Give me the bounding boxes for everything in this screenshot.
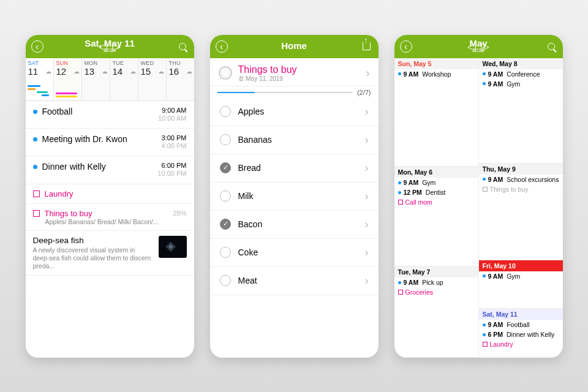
day-of-week: MON (85, 60, 107, 66)
back-button[interactable] (399, 40, 413, 53)
checkbox-icon[interactable] (398, 200, 403, 205)
checklist: Apples › Bananas › Bread › Milk › Bacon … (210, 98, 379, 358)
back-button[interactable] (215, 40, 228, 53)
day-header[interactable]: Wed, May 8 (479, 58, 563, 69)
checklist-item[interactable]: Milk › (210, 183, 379, 211)
share-icon (363, 42, 371, 50)
check-circle-icon[interactable] (220, 162, 231, 173)
agenda-event[interactable]: Football 9:00 AM10:00 AM (26, 101, 194, 129)
day-cell[interactable]: MON 13 ☁ (82, 58, 110, 100)
day-of-week: SAT (28, 60, 51, 66)
share-button[interactable] (360, 40, 374, 53)
checklist-item[interactable]: Apples › (210, 98, 379, 126)
day-number: 13 (85, 66, 95, 77)
week-todo[interactable]: Groceries (394, 287, 478, 297)
checklist-item[interactable]: Bread › (210, 154, 379, 183)
chevron-right-icon: › (365, 105, 369, 118)
prev-month-button[interactable]: ◁ (465, 40, 478, 53)
event-time: 9 AM (488, 70, 503, 78)
event-dot-icon (33, 137, 37, 141)
agenda-list: Football 9:00 AM10:00 AM Meeting with Dr… (26, 101, 194, 358)
week-todo[interactable]: Things to buy (479, 184, 563, 194)
next-day-button[interactable]: ▷ (110, 40, 123, 53)
day-header[interactable]: Sat, May 11 (479, 309, 563, 320)
chevron-right-icon: › (365, 190, 369, 203)
day-number: 15 (141, 66, 151, 77)
agenda-event[interactable]: Meeting with Dr. Kwon 3:00 PM4:00 PM (26, 129, 194, 156)
checkbox-icon[interactable] (33, 210, 40, 217)
check-circle-icon[interactable] (220, 134, 231, 145)
agenda-todo[interactable]: Things to buy 28% Apples/ Bananas/ Bread… (26, 204, 194, 231)
checklist-item[interactable]: Meat › (210, 267, 379, 295)
event-time: 6 PM (488, 331, 503, 338)
check-circle-icon[interactable] (220, 190, 231, 202)
event-time: 9 AM (404, 70, 419, 78)
event-dot-icon (483, 82, 486, 85)
back-icon (216, 40, 228, 53)
day-block: Sat, May 11 9 AM Football 6 PM Dinner wi… (479, 309, 563, 357)
week-event[interactable]: 9 AM Gym (479, 271, 563, 281)
list-date: 🗓 May 11, 2019 (238, 75, 360, 82)
chevron-right-icon: › (365, 162, 369, 175)
checkbox-icon[interactable] (483, 342, 488, 347)
event-text: Pick up (422, 279, 443, 286)
item-label: Apples (238, 107, 358, 116)
todo-percent: 28% (173, 209, 186, 217)
event-time: 12 PM (404, 189, 422, 196)
day-cell[interactable]: THU 16 ☁ (167, 58, 194, 100)
checkbox-icon[interactable] (33, 190, 40, 197)
checklist-item[interactable]: Bananas › (210, 126, 379, 154)
day-cell[interactable]: SAT 11 ☁ (26, 58, 54, 100)
search-button[interactable] (545, 40, 558, 53)
day-header[interactable]: Fri, May 10 (479, 260, 563, 271)
event-text: Football (507, 321, 529, 328)
week-event[interactable]: 9 AM Gym (479, 79, 563, 89)
search-button[interactable] (176, 40, 189, 53)
checkbox-icon[interactable] (483, 187, 488, 192)
week-event[interactable]: 9 AM Pick up (394, 277, 478, 287)
progress-row: .progress-bar::before{width:28%} (2/7) (210, 86, 379, 98)
check-circle-icon[interactable] (220, 247, 231, 258)
back-button[interactable] (31, 40, 44, 53)
checkbox-icon[interactable] (398, 290, 403, 295)
agenda-todo[interactable]: Laundry (26, 184, 194, 204)
next-month-button[interactable]: ▷ (478, 40, 492, 53)
news-card[interactable]: Deep-sea fish A newly discovered visual … (26, 231, 194, 276)
item-label: Meat (238, 276, 358, 285)
event-start: 6:00 PM (157, 162, 186, 170)
day-header[interactable]: Tue, May 7 (394, 266, 478, 277)
week-todo[interactable]: Laundry (479, 339, 563, 349)
day-cell[interactable]: SUN 12 ☁ (54, 58, 82, 100)
week-event[interactable]: 9 AM Conference (479, 69, 563, 79)
list-header[interactable]: Things to buy 🗓 May 11, 2019 › (210, 58, 379, 86)
day-cell[interactable]: WED 15 ☁ (138, 58, 167, 100)
event-dot-icon (33, 165, 37, 169)
day-cell[interactable]: TUE 14 ☁ (110, 58, 138, 100)
topbar: ◁ Sat, May 11 2019 ▷ (26, 35, 194, 58)
chevron-right-icon: › (365, 218, 369, 231)
item-label: Bananas (238, 135, 358, 145)
week-todo[interactable]: Call mom (394, 197, 478, 207)
day-header[interactable]: Thu, May 9 (479, 164, 563, 175)
check-circle-icon[interactable] (220, 275, 231, 286)
check-circle-icon[interactable] (220, 219, 231, 230)
check-circle-icon[interactable] (220, 106, 231, 117)
week-event[interactable]: 9 AM School excursions (479, 175, 563, 184)
checklist-item[interactable]: Bacon › (210, 211, 379, 239)
event-text: Workshop (422, 70, 451, 78)
week-event[interactable]: 9 AM Gym (394, 178, 478, 187)
day-header[interactable]: Sun, May 5 (394, 58, 478, 69)
week-event[interactable]: 9 AM Workshop (394, 69, 478, 79)
todo-text: Groceries (405, 288, 434, 296)
checklist-item[interactable]: Coke › (210, 239, 379, 267)
weather-icon: ☁ (186, 68, 192, 75)
event-text: Dinner with Kelly (507, 331, 554, 338)
event-end: 10:00 AM (158, 115, 186, 123)
event-text: School excursions (507, 176, 559, 183)
agenda-event[interactable]: Dinner with Kelly 6:00 PM10:00 PM (26, 156, 194, 184)
week-event[interactable]: 9 AM Football (479, 320, 563, 330)
day-header[interactable]: Mon, May 6 (394, 167, 478, 178)
week-event[interactable]: 12 PM Dentist (394, 187, 478, 197)
prev-day-button[interactable]: ◁ (96, 40, 110, 53)
week-event[interactable]: 6 PM Dinner with Kelly (479, 330, 563, 339)
